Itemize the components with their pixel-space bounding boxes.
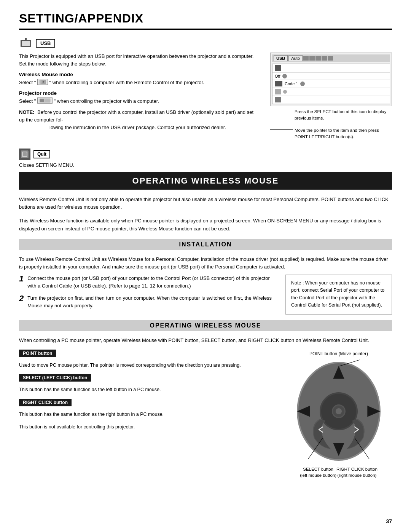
installation-intro: To use Wireless Remote Control Unit as W… — [19, 256, 392, 271]
quit-row: Quit — [19, 149, 392, 160]
annotation-text-1: Press the SELECT button at this icon to … — [295, 109, 392, 122]
projector-mode-title: Projector mode — [19, 90, 259, 96]
owm-intro-p2: This Wireless Mouse function is availabl… — [19, 217, 392, 232]
point-btn-desc: Used to move PC mouse pointer. The point… — [19, 362, 274, 369]
svg-rect-2 — [25, 38, 27, 40]
point-move-label: POINT button (Move pointer) — [309, 351, 368, 356]
usb-row-1 — [272, 64, 390, 73]
row-icon-3 — [275, 81, 282, 86]
annotation-line-1 — [270, 111, 293, 111]
row-icon-1 — [275, 65, 281, 71]
usb-left-col: This Projector is equipped with an USB p… — [19, 53, 259, 142]
svg-rect-1 — [22, 41, 30, 46]
row-icon-5 — [275, 97, 281, 102]
right-click-caption: RIGHT CLICK button(right mouse button) — [336, 466, 378, 478]
step-1: 1 Connect the mouse port (or USB port) o… — [19, 275, 278, 290]
row-off-label: Off — [275, 74, 280, 78]
menu-icon-4 — [322, 56, 327, 61]
step-2-text: Turn the projector on first, and then tu… — [27, 294, 278, 310]
quit-text: Closes SETTING MENU. — [19, 161, 392, 169]
usb-right-col: USB Auto — [270, 53, 392, 142]
row-dot-3 — [283, 90, 287, 94]
step-number-2: 2 — [19, 294, 24, 310]
remote-labels: SELECT button(left mouse button) RIGHT C… — [296, 466, 381, 478]
step-number-1: 1 — [19, 275, 24, 290]
row-code1-label: Code 1 — [285, 81, 298, 86]
install-note: Note : When your computer has no mouse p… — [291, 280, 386, 309]
usb-menu-bar: USB Auto — [272, 54, 390, 62]
page-title: SETTING/APPENDIX — [19, 11, 392, 30]
menu-icon-2 — [309, 56, 315, 61]
usb-icon — [19, 37, 33, 49]
usb-menu-auto: Auto — [288, 55, 303, 61]
install-two-col: 1 Connect the mouse port (or USB port) o… — [19, 275, 392, 315]
page-number: 37 — [386, 518, 392, 524]
page-container: SETTING/APPENDIX USB This Projector is e… — [0, 0, 411, 532]
installation-header: INSTALLATION — [19, 239, 392, 250]
select-btn-badge: SELECT (LEFT CLICK) button — [19, 374, 91, 382]
install-note-box: Note : When your computer has no mouse p… — [285, 275, 392, 315]
row-icon-4 — [275, 89, 281, 94]
point-btn-badge-row: POINT button — [19, 350, 274, 359]
annotation-line-2 — [270, 129, 293, 130]
menu-icon-3 — [315, 56, 321, 61]
wireless-mouse-title: Wireless Mouse mode — [19, 72, 259, 77]
row-dot-1 — [282, 74, 287, 78]
usb-intro-text: This Projector is equipped with an USB p… — [19, 53, 259, 68]
note-continuation: lowing the instruction in the USB driver… — [49, 124, 259, 131]
usb-menu-label: USB — [274, 55, 288, 61]
select-btn-desc: This button has the same function as the… — [19, 386, 274, 393]
usb-icon-row: USB — [19, 37, 392, 49]
wireless-mouse-text: Select " " when controlling a computer w… — [19, 79, 259, 86]
right-click-block: RIGHT CLICK button This button has the s… — [19, 399, 274, 431]
point-button-block: POINT button Used to move PC mouse point… — [19, 350, 274, 369]
select-caption-text: SELECT button(left mouse button) — [300, 467, 336, 478]
owm-intro-section: Wireless Remote Control Unit is not only… — [19, 196, 392, 233]
installation-content: To use Wireless Remote Control Unit as W… — [19, 256, 392, 315]
owm-intro-p1: Wireless Remote Control Unit is not only… — [19, 196, 392, 211]
owm-left-col: POINT button Used to move PC mouse point… — [19, 350, 274, 478]
select-caption: SELECT button(left mouse button) — [300, 466, 336, 478]
owm-main-title: OPERATING WIRELESS MOUSE — [19, 172, 392, 190]
usb-label: USB — [36, 39, 55, 48]
owm-two-col: POINT button Used to move PC mouse point… — [19, 350, 392, 478]
svg-rect-10 — [23, 152, 27, 156]
usb-row-4 — [272, 88, 390, 96]
annotation-2: Move the pointer to the item and then pr… — [270, 127, 392, 141]
owm-sub-header: OPERATING WIRELESS MOUSE — [19, 320, 392, 331]
usb-annotations: Press the SELECT button at this icon to … — [270, 109, 392, 140]
right-click-caption-text: RIGHT CLICK button(right mouse button) — [336, 467, 378, 478]
quit-label: Quit — [33, 150, 50, 158]
svg-rect-7 — [45, 99, 50, 102]
annotation-text-2: Move the pointer to the item and then pr… — [295, 127, 392, 141]
owm-sub-intro: When controlling a PC mouse pointer, ope… — [19, 337, 392, 344]
usb-content: This Projector is equipped with an USB p… — [19, 53, 392, 142]
projector-mode-text: Select " " when controlling the projecto… — [19, 97, 259, 105]
remote-diagram: POINT button (Move pointer) — [285, 350, 392, 478]
svg-rect-6 — [40, 99, 44, 102]
menu-icon-1 — [303, 56, 309, 61]
menu-icon-5 — [328, 56, 333, 61]
remote-svg — [289, 358, 388, 465]
install-steps: 1 Connect the mouse port (or USB port) o… — [19, 275, 278, 315]
right-click-badge-row: RIGHT CLICK button — [19, 399, 274, 409]
usb-menu-rows: Off Code 1 — [272, 64, 390, 104]
right-click-desc2: This button is not available for control… — [19, 423, 274, 431]
point-btn-badge: POINT button — [19, 350, 56, 357]
step-1-text: Connect the mouse port (or USB port) of … — [27, 275, 278, 290]
step-2: 2 Turn the projector on first, and then … — [19, 294, 278, 310]
select-button-block: SELECT (LEFT CLICK) button This button h… — [19, 374, 274, 393]
usb-section: USB This Projector is equipped with an U… — [19, 37, 392, 169]
usb-row-2: Off — [272, 73, 390, 80]
usb-row-5 — [272, 96, 390, 104]
svg-point-25 — [336, 408, 342, 414]
row-dot-2 — [300, 81, 305, 86]
usb-menu-image: USB Auto — [270, 53, 392, 106]
quit-icon — [19, 149, 30, 160]
annotation-1: Press the SELECT button at this icon to … — [270, 109, 392, 122]
usb-row-3: Code 1 — [272, 80, 390, 88]
note-text: NOTE: Before you control the projector w… — [19, 109, 259, 124]
svg-rect-4 — [40, 80, 41, 84]
select-btn-badge-row: SELECT (LEFT CLICK) button — [19, 374, 274, 384]
right-click-badge: RIGHT CLICK button — [19, 399, 72, 406]
